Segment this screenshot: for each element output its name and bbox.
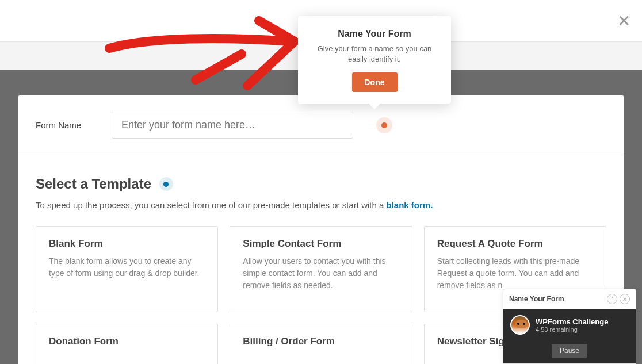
mascot-avatar-icon (510, 315, 530, 335)
template-card-desc: The blank form allows you to create any … (49, 255, 205, 279)
hint-pulse-dot[interactable] (376, 117, 392, 133)
template-card-billing[interactable]: Billing / Order Form (230, 324, 412, 364)
challenge-footer: Pause (503, 340, 636, 363)
popover-done-button[interactable]: Done (352, 72, 398, 92)
challenge-body: WPForms Challenge 4:53 remaining (503, 309, 636, 340)
popover-title: Name Your Form (311, 29, 438, 39)
template-card-blank[interactable]: Blank Form The blank form allows you to … (36, 226, 218, 312)
template-card-title: Billing / Order Form (243, 336, 399, 347)
new-indicator-dot (159, 177, 173, 191)
challenge-widget: Name Your Form ˄ ✕ WPForms Challenge 4:5… (503, 289, 636, 364)
popover-desc: Give your form a name so you can easily … (311, 44, 438, 64)
challenge-collapse-icon[interactable]: ˄ (607, 294, 617, 304)
template-description: To speed up the process, you can select … (36, 200, 606, 210)
select-template-heading-text: Select a Template (36, 176, 151, 192)
challenge-header: Name Your Form ˄ ✕ (503, 289, 636, 309)
template-card-title: Simple Contact Form (243, 238, 399, 250)
close-icon[interactable]: ✕ (617, 12, 630, 30)
challenge-title: WPForms Challenge (536, 317, 608, 326)
form-name-row: Form Name (18, 95, 624, 155)
challenge-pause-button[interactable]: Pause (552, 344, 587, 358)
blank-form-link[interactable]: blank form. (386, 200, 433, 210)
template-card-desc: Start collecting leads with this pre-mad… (437, 255, 593, 292)
template-card-donation[interactable]: Donation Form (36, 324, 218, 364)
template-card-title: Blank Form (49, 238, 205, 250)
select-template-heading: Select a Template (36, 176, 606, 192)
form-name-label: Form Name (36, 120, 93, 130)
challenge-close-icon[interactable]: ✕ (620, 294, 630, 304)
challenge-header-title: Name Your Form (509, 295, 564, 303)
challenge-remaining: 4:53 remaining (536, 326, 608, 333)
form-name-input[interactable] (112, 112, 353, 139)
name-form-popover: Name Your Form Give your form a name so … (298, 16, 451, 104)
template-card-contact[interactable]: Simple Contact Form Allow your users to … (230, 226, 412, 312)
template-card-title: Donation Form (49, 336, 205, 347)
template-card-title: Request A Quote Form (437, 238, 593, 250)
template-card-desc: Allow your users to contact you with thi… (243, 255, 399, 292)
